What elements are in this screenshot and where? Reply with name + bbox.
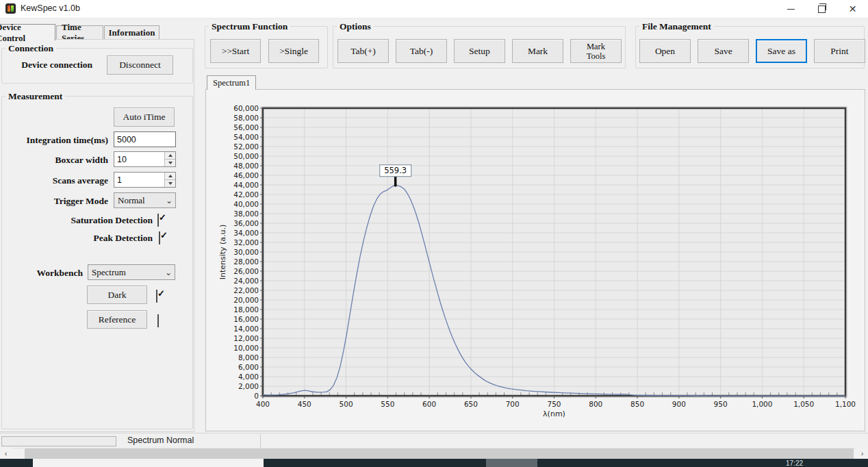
- scroll-right-button[interactable]: ›: [856, 448, 868, 459]
- boxcar-down-button[interactable]: [165, 159, 175, 166]
- print-label: Print: [830, 46, 848, 57]
- taskbar-button-segment[interactable]: [486, 459, 537, 467]
- disconnect-button[interactable]: Disconnect: [107, 55, 173, 75]
- svg-text:0: 0: [254, 392, 259, 400]
- tab-plus-button[interactable]: Tab(+): [337, 39, 389, 63]
- scroll-right-icon: ›: [861, 449, 864, 457]
- title-bar: KewSpec v1.0b ✕: [0, 0, 868, 18]
- arrow-up-icon: [168, 154, 173, 157]
- auto-itime-button-label: Auto iTime: [123, 112, 165, 123]
- svg-text:650: 650: [464, 400, 478, 408]
- svg-text:24,000: 24,000: [233, 277, 259, 285]
- tab-device-control-label: Device Control: [0, 22, 50, 44]
- peak-detection-checkbox[interactable]: [159, 231, 160, 244]
- reference-button[interactable]: Reference: [87, 310, 147, 329]
- setup-button[interactable]: Setup: [454, 39, 505, 63]
- svg-text:56,000: 56,000: [233, 123, 259, 131]
- svg-text:42,000: 42,000: [233, 190, 259, 199]
- taskbar-clock: 17:22: [786, 459, 803, 467]
- minimize-icon: [787, 9, 795, 10]
- svg-text:400: 400: [256, 400, 270, 408]
- boxcar-width-label: Boxcar width: [3, 155, 108, 166]
- trigger-mode-select[interactable]: Normal ⌄: [114, 192, 176, 208]
- mark-button[interactable]: Mark: [512, 39, 563, 63]
- svg-text:48,000: 48,000: [233, 162, 259, 170]
- start-button[interactable]: >>Start: [210, 39, 261, 63]
- svg-text:40,000: 40,000: [233, 200, 259, 208]
- svg-text:700: 700: [506, 400, 520, 408]
- scans-down-button[interactable]: [165, 179, 175, 187]
- boxcar-width-value: 10: [114, 152, 164, 166]
- connection-group: Connection Device connection Disconnect: [1, 48, 193, 84]
- file-management-group: File Management Open Save Save as Print: [635, 26, 865, 68]
- svg-text:44,000: 44,000: [233, 181, 259, 189]
- workbench-value: Spectrum: [92, 267, 162, 278]
- svg-text:2,000: 2,000: [238, 382, 259, 390]
- open-button[interactable]: Open: [639, 39, 691, 63]
- svg-text:54,000: 54,000: [233, 133, 259, 141]
- saturation-detection-label: Saturation Detection: [3, 215, 153, 226]
- tab-information[interactable]: Information: [104, 25, 159, 40]
- saturation-detection-checkbox[interactable]: [157, 214, 159, 227]
- boxcar-width-stepper[interactable]: 10: [114, 151, 176, 167]
- svg-text:32,000: 32,000: [233, 238, 259, 247]
- start-button-label: >>Start: [222, 46, 250, 57]
- boxcar-up-button[interactable]: [165, 152, 175, 159]
- chevron-down-icon: ⌄: [163, 197, 175, 204]
- mark-tools-label: Mark Tools: [579, 42, 613, 61]
- scrollbar-thumb[interactable]: [25, 449, 854, 459]
- scans-up-button[interactable]: [165, 173, 175, 179]
- tab-minus-button[interactable]: Tab(-): [396, 39, 447, 63]
- workbench-select[interactable]: Spectrum ⌄: [88, 264, 175, 280]
- setup-label: Setup: [469, 46, 490, 57]
- tab-minus-label: Tab(-): [410, 46, 433, 57]
- single-button[interactable]: >Single: [268, 39, 319, 63]
- scans-average-stepper[interactable]: 1: [114, 172, 176, 188]
- minimize-button[interactable]: [776, 0, 806, 18]
- svg-text:52,000: 52,000: [233, 142, 259, 151]
- svg-text:46,000: 46,000: [233, 171, 259, 179]
- windows-taskbar: 17:22: [0, 459, 868, 467]
- restore-button[interactable]: [806, 0, 837, 18]
- close-icon: ✕: [849, 4, 857, 14]
- dark-checkbox[interactable]: [156, 290, 157, 303]
- scroll-left-button[interactable]: ‹: [0, 448, 12, 459]
- svg-text:600: 600: [422, 400, 436, 408]
- dark-button[interactable]: Dark: [87, 286, 147, 304]
- reference-checkbox[interactable]: [157, 314, 159, 327]
- spectrum-function-group: Spectrum Function >>Start >Single: [205, 26, 328, 68]
- spectrum-chart[interactable]: 02,0004,0006,0008,00010,00012,00014,0001…: [207, 94, 862, 429]
- print-button[interactable]: Print: [814, 39, 865, 63]
- svg-text:λ(nm): λ(nm): [543, 409, 565, 418]
- integration-time-value: 5000: [117, 135, 136, 144]
- taskbar-app-segment[interactable]: [33, 459, 264, 467]
- svg-text:750: 750: [547, 400, 561, 408]
- svg-text:26,000: 26,000: [233, 267, 259, 275]
- trigger-mode-label: Trigger Mode: [3, 196, 108, 207]
- auto-itime-button[interactable]: Auto iTime: [114, 108, 175, 127]
- save-as-label: Save as: [767, 46, 795, 57]
- save-button[interactable]: Save: [698, 39, 749, 63]
- measurement-group: Measurement Auto iTime Integration time(…: [1, 96, 193, 429]
- save-as-button[interactable]: Save as: [756, 39, 807, 63]
- svg-text:36,000: 36,000: [233, 219, 259, 227]
- file-management-title: File Management: [639, 21, 714, 32]
- window-title: KewSpec v1.0b: [21, 3, 80, 13]
- tab-device-control[interactable]: Device Control: [0, 24, 55, 40]
- status-bar: Spectrum Normal: [0, 433, 868, 449]
- tab-spectrum1[interactable]: Spectrum1: [207, 75, 256, 90]
- svg-text:38,000: 38,000: [233, 210, 259, 218]
- svg-text:28,000: 28,000: [233, 257, 259, 266]
- measurement-group-title: Measurement: [5, 90, 65, 102]
- close-button[interactable]: ✕: [837, 0, 868, 18]
- tab-time-series[interactable]: Time Series: [56, 25, 103, 40]
- mark-tools-button[interactable]: Mark Tools: [570, 39, 622, 63]
- reference-button-label: Reference: [99, 314, 136, 325]
- integration-time-input[interactable]: 5000: [114, 131, 176, 147]
- peak-detection-label: Peak Detection: [3, 233, 153, 244]
- svg-text:1,050: 1,050: [793, 400, 814, 408]
- svg-text:450: 450: [298, 400, 311, 408]
- connection-group-title: Connection: [5, 42, 56, 54]
- chevron-down-icon: ⌄: [162, 269, 175, 276]
- arrow-up-icon: [168, 175, 173, 177]
